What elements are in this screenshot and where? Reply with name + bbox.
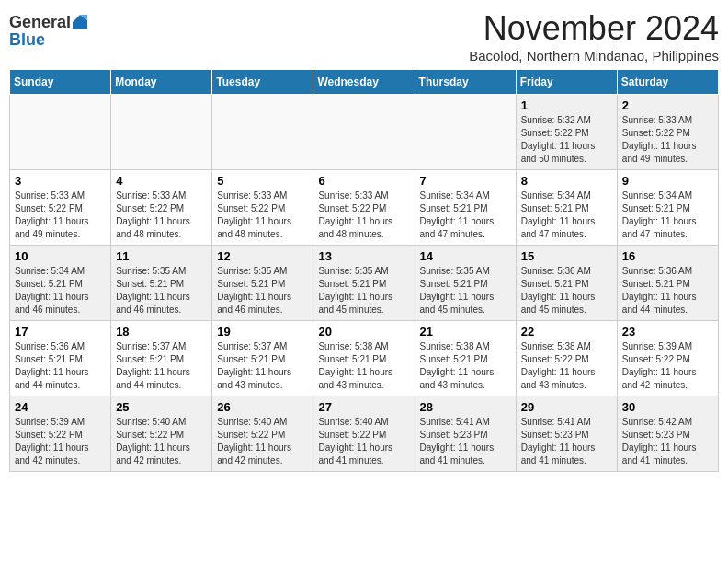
calendar-cell: [10, 95, 111, 170]
calendar-table: SundayMondayTuesdayWednesdayThursdayFrid…: [9, 69, 719, 472]
day-number: 5: [217, 174, 308, 188]
day-number: 24: [15, 400, 106, 414]
calendar-cell: [415, 95, 516, 170]
calendar-cell: 22Sunrise: 5:38 AM Sunset: 5:22 PM Dayli…: [516, 321, 617, 396]
day-number: 22: [521, 325, 612, 339]
calendar-cell: 17Sunrise: 5:36 AM Sunset: 5:21 PM Dayli…: [10, 321, 111, 396]
logo-icon: [71, 13, 89, 31]
day-number: 20: [318, 325, 409, 339]
calendar-cell: 19Sunrise: 5:37 AM Sunset: 5:21 PM Dayli…: [212, 321, 313, 396]
day-number: 11: [116, 249, 207, 263]
day-info: Sunrise: 5:36 AM Sunset: 5:21 PM Dayligh…: [15, 340, 106, 392]
calendar-cell: [313, 95, 415, 170]
calendar-cell: 23Sunrise: 5:39 AM Sunset: 5:22 PM Dayli…: [617, 321, 718, 396]
day-info: Sunrise: 5:39 AM Sunset: 5:22 PM Dayligh…: [622, 340, 713, 392]
day-number: 25: [116, 400, 207, 414]
day-info: Sunrise: 5:41 AM Sunset: 5:23 PM Dayligh…: [521, 416, 612, 467]
calendar-cell: 20Sunrise: 5:38 AM Sunset: 5:21 PM Dayli…: [313, 321, 415, 396]
calendar-week-3: 10Sunrise: 5:34 AM Sunset: 5:21 PM Dayli…: [10, 246, 719, 321]
calendar-cell: 11Sunrise: 5:35 AM Sunset: 5:21 PM Dayli…: [111, 246, 212, 321]
calendar-cell: 13Sunrise: 5:35 AM Sunset: 5:21 PM Dayli…: [313, 246, 415, 321]
day-info: Sunrise: 5:34 AM Sunset: 5:21 PM Dayligh…: [622, 190, 713, 241]
calendar-cell: 3Sunrise: 5:33 AM Sunset: 5:22 PM Daylig…: [10, 170, 111, 246]
day-info: Sunrise: 5:39 AM Sunset: 5:22 PM Dayligh…: [15, 416, 106, 467]
calendar-cell: 29Sunrise: 5:41 AM Sunset: 5:23 PM Dayli…: [516, 396, 617, 472]
calendar-header: SundayMondayTuesdayWednesdayThursdayFrid…: [10, 70, 719, 95]
header-day-sunday: Sunday: [10, 70, 111, 95]
calendar-cell: 8Sunrise: 5:34 AM Sunset: 5:21 PM Daylig…: [516, 170, 617, 246]
day-info: Sunrise: 5:33 AM Sunset: 5:22 PM Dayligh…: [116, 190, 207, 241]
day-info: Sunrise: 5:34 AM Sunset: 5:21 PM Dayligh…: [521, 190, 612, 241]
day-number: 30: [622, 400, 713, 414]
location-subtitle: Bacolod, Northern Mindanao, Philippines: [469, 48, 719, 63]
day-number: 10: [15, 249, 106, 263]
day-info: Sunrise: 5:33 AM Sunset: 5:22 PM Dayligh…: [622, 114, 713, 166]
calendar-cell: 18Sunrise: 5:37 AM Sunset: 5:21 PM Dayli…: [111, 321, 212, 396]
day-number: 9: [622, 174, 713, 188]
calendar-week-5: 24Sunrise: 5:39 AM Sunset: 5:22 PM Dayli…: [10, 396, 719, 472]
calendar-cell: 7Sunrise: 5:34 AM Sunset: 5:21 PM Daylig…: [415, 170, 516, 246]
day-info: Sunrise: 5:35 AM Sunset: 5:21 PM Dayligh…: [318, 265, 409, 316]
calendar-cell: [212, 95, 313, 170]
day-number: 21: [420, 325, 511, 339]
day-info: Sunrise: 5:33 AM Sunset: 5:22 PM Dayligh…: [318, 190, 409, 241]
calendar-cell: 30Sunrise: 5:42 AM Sunset: 5:23 PM Dayli…: [617, 396, 718, 472]
calendar-week-1: 1Sunrise: 5:32 AM Sunset: 5:22 PM Daylig…: [10, 95, 719, 170]
header-row: SundayMondayTuesdayWednesdayThursdayFrid…: [10, 70, 719, 95]
day-info: Sunrise: 5:33 AM Sunset: 5:22 PM Dayligh…: [217, 190, 308, 241]
logo-blue-text: Blue: [9, 31, 45, 48]
calendar-week-4: 17Sunrise: 5:36 AM Sunset: 5:21 PM Dayli…: [10, 321, 719, 396]
day-number: 6: [318, 174, 409, 188]
title-block: November 2024 Bacolod, Northern Mindanao…: [469, 9, 719, 63]
day-info: Sunrise: 5:38 AM Sunset: 5:21 PM Dayligh…: [420, 340, 511, 392]
day-info: Sunrise: 5:36 AM Sunset: 5:21 PM Dayligh…: [622, 265, 713, 316]
calendar-cell: 24Sunrise: 5:39 AM Sunset: 5:22 PM Dayli…: [10, 396, 111, 472]
day-number: 2: [622, 98, 713, 112]
day-number: 1: [521, 98, 612, 112]
calendar-cell: 15Sunrise: 5:36 AM Sunset: 5:21 PM Dayli…: [516, 246, 617, 321]
page-header: General Blue November 2024 Bacolod, Nort…: [9, 9, 719, 63]
day-info: Sunrise: 5:36 AM Sunset: 5:21 PM Dayligh…: [521, 265, 612, 316]
day-number: 28: [420, 400, 511, 414]
day-info: Sunrise: 5:37 AM Sunset: 5:21 PM Dayligh…: [217, 340, 308, 392]
day-info: Sunrise: 5:35 AM Sunset: 5:21 PM Dayligh…: [217, 265, 308, 316]
calendar-cell: 12Sunrise: 5:35 AM Sunset: 5:21 PM Dayli…: [212, 246, 313, 321]
calendar-cell: [111, 95, 212, 170]
day-number: 29: [521, 400, 612, 414]
header-day-saturday: Saturday: [617, 70, 718, 95]
header-day-monday: Monday: [111, 70, 212, 95]
calendar-cell: 9Sunrise: 5:34 AM Sunset: 5:21 PM Daylig…: [617, 170, 718, 246]
day-number: 23: [622, 325, 713, 339]
day-info: Sunrise: 5:35 AM Sunset: 5:21 PM Dayligh…: [420, 265, 511, 316]
calendar-cell: 21Sunrise: 5:38 AM Sunset: 5:21 PM Dayli…: [415, 321, 516, 396]
day-number: 26: [217, 400, 308, 414]
day-info: Sunrise: 5:34 AM Sunset: 5:21 PM Dayligh…: [15, 265, 106, 316]
day-number: 7: [420, 174, 511, 188]
day-info: Sunrise: 5:41 AM Sunset: 5:23 PM Dayligh…: [420, 416, 511, 467]
day-number: 14: [420, 249, 511, 263]
day-info: Sunrise: 5:34 AM Sunset: 5:21 PM Dayligh…: [420, 190, 511, 241]
logo: General Blue: [9, 13, 89, 48]
day-info: Sunrise: 5:42 AM Sunset: 5:23 PM Dayligh…: [622, 416, 713, 467]
header-day-thursday: Thursday: [415, 70, 516, 95]
month-title: November 2024: [469, 9, 719, 48]
calendar-cell: 14Sunrise: 5:35 AM Sunset: 5:21 PM Dayli…: [415, 246, 516, 321]
day-info: Sunrise: 5:33 AM Sunset: 5:22 PM Dayligh…: [15, 190, 106, 241]
day-info: Sunrise: 5:40 AM Sunset: 5:22 PM Dayligh…: [116, 416, 207, 467]
day-number: 17: [15, 325, 106, 339]
calendar-cell: 2Sunrise: 5:33 AM Sunset: 5:22 PM Daylig…: [617, 95, 718, 170]
calendar-cell: 16Sunrise: 5:36 AM Sunset: 5:21 PM Dayli…: [617, 246, 718, 321]
day-number: 4: [116, 174, 207, 188]
day-number: 27: [318, 400, 409, 414]
day-number: 19: [217, 325, 308, 339]
day-number: 8: [521, 174, 612, 188]
calendar-cell: 25Sunrise: 5:40 AM Sunset: 5:22 PM Dayli…: [111, 396, 212, 472]
calendar-cell: 6Sunrise: 5:33 AM Sunset: 5:22 PM Daylig…: [313, 170, 415, 246]
day-info: Sunrise: 5:38 AM Sunset: 5:22 PM Dayligh…: [521, 340, 612, 392]
calendar-cell: 1Sunrise: 5:32 AM Sunset: 5:22 PM Daylig…: [516, 95, 617, 170]
day-number: 18: [116, 325, 207, 339]
calendar-cell: 27Sunrise: 5:40 AM Sunset: 5:22 PM Dayli…: [313, 396, 415, 472]
header-day-friday: Friday: [516, 70, 617, 95]
day-info: Sunrise: 5:40 AM Sunset: 5:22 PM Dayligh…: [318, 416, 409, 467]
day-number: 12: [217, 249, 308, 263]
